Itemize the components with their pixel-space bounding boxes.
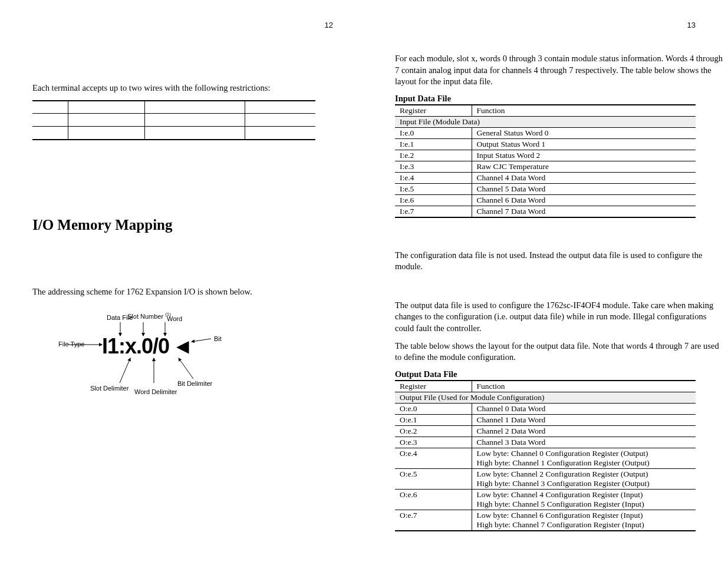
input-span-row: Input File (Module Data)	[395, 116, 696, 127]
cell-function: Output Status Word 1	[472, 138, 696, 150]
table-row: O:e.4Low byte: Channel 0 Configuration R…	[395, 448, 696, 468]
input-data-file-title: Input Data File	[395, 94, 725, 104]
cell-function: Channel 6 Data Word	[472, 194, 696, 206]
wire-restrictions-table	[32, 100, 315, 140]
addressing-intro-text: The addressing scheme for 1762 Expansion…	[32, 286, 363, 298]
input-data-file-table: Register Function Input File (Module Dat…	[395, 104, 696, 218]
output-layout-paragraph: The table below shows the layout for the…	[395, 340, 725, 363]
io-memory-mapping-heading: I/O Memory Mapping	[32, 217, 363, 233]
table-row: O:e.7Low byte: Channel 6 Configuration R…	[395, 510, 696, 531]
page-number-left: 12	[325, 21, 333, 29]
cell-register: I:e.1	[395, 138, 472, 150]
th-register-out: Register	[395, 381, 472, 392]
table-row: O:e.1Channel 1 Data Word	[395, 414, 696, 425]
config-not-used-paragraph: The configuration data file is not used.…	[395, 250, 725, 273]
table-row: O:e.5Low byte: Channel 2 Configuration R…	[395, 468, 696, 489]
label-word-delimiter: Word Delimiter	[134, 388, 177, 395]
output-data-file-title: Output Data File	[395, 369, 725, 379]
cell-register: I:e.6	[395, 194, 472, 206]
cell-register: O:e.5	[395, 468, 472, 489]
cell-function: Low byte: Channel 4 Configuration Regist…	[472, 489, 696, 510]
cell-function: Low byte: Channel 6 Configuration Regist…	[472, 510, 696, 531]
table-row: O:e.0Channel 0 Data Word	[395, 403, 696, 414]
svg-line-7	[179, 358, 193, 379]
label-slot-number: Slot Number (1)	[127, 312, 171, 320]
cell-register: O:e.0	[395, 403, 472, 414]
cell-function: Channel 5 Data Word	[472, 183, 696, 194]
cell-register: O:e.2	[395, 425, 472, 437]
cell-function: Channel 0 Data Word	[472, 403, 696, 414]
th-function: Function	[472, 105, 696, 117]
th-function-out: Function	[472, 381, 696, 392]
table-row: O:e.2Channel 2 Data Word	[395, 425, 696, 437]
cell-register: I:e.7	[395, 206, 472, 217]
diagram-main-text: I1:x.0/0 ◄	[102, 334, 195, 359]
cell-function: Input Status Word 2	[472, 150, 696, 161]
input-status-paragraph: For each module, slot x, words 0 through…	[395, 53, 725, 88]
output-data-file-table: Register Function Output File (Used for …	[395, 380, 696, 531]
table-row: I:e.7Channel 7 Data Word	[395, 206, 696, 217]
cell-register: O:e.1	[395, 414, 472, 425]
output-span-row: Output File (Used for Module Configurati…	[395, 392, 696, 403]
th-register: Register	[395, 105, 472, 117]
page-number-right: 13	[687, 21, 696, 29]
table-row: I:e.2Input Status Word 2	[395, 150, 696, 161]
label-file-type: File Type	[58, 340, 84, 348]
cell-function: General Status Word 0	[472, 127, 696, 138]
svg-line-5	[120, 358, 130, 383]
table-row: I:e.4Channel 4 Data Word	[395, 172, 696, 183]
cell-function: Low byte: Channel 2 Configuration Regist…	[472, 468, 696, 489]
cell-register: O:e.3	[395, 437, 472, 448]
table-row: I:e.0General Status Word 0	[395, 127, 696, 138]
cell-register: I:e.2	[395, 150, 472, 161]
cell-register: I:e.5	[395, 183, 472, 194]
cell-function: Channel 7 Data Word	[472, 206, 696, 217]
cell-register: I:e.0	[395, 127, 472, 138]
cell-register: O:e.6	[395, 489, 472, 510]
cell-function: Channel 4 Data Word	[472, 172, 696, 183]
cell-function: Channel 3 Data Word	[472, 437, 696, 448]
table-row: O:e.3Channel 3 Data Word	[395, 437, 696, 448]
label-bit: Bit	[214, 335, 222, 342]
cell-register: O:e.7	[395, 510, 472, 531]
table-row: O:e.6Low byte: Channel 4 Configuration R…	[395, 489, 696, 510]
label-slot-delimiter: Slot Delimiter	[90, 385, 129, 392]
page-left: 12 Each terminal accepts up to two wires…	[32, 0, 363, 409]
terminal-intro-text: Each terminal accepts up to two wires wi…	[32, 82, 363, 94]
cell-register: I:e.3	[395, 161, 472, 172]
addressing-diagram: I1:x.0/0 ◄ File Type Data File Slot Numb…	[61, 309, 232, 404]
label-bit-delimiter: Bit Delimiter	[177, 380, 212, 387]
table-row: I:e.6Channel 6 Data Word	[395, 194, 696, 206]
table-row: I:e.5Channel 5 Data Word	[395, 183, 696, 194]
table-row: I:e.3Raw CJC Temperature	[395, 161, 696, 172]
cell-function: Channel 1 Data Word	[472, 414, 696, 425]
output-config-paragraph: The output data file is used to configur…	[395, 300, 725, 335]
cell-register: I:e.4	[395, 172, 472, 183]
page-right: 13 For each module, slot x, words 0 thro…	[395, 0, 725, 537]
table-row: I:e.1Output Status Word 1	[395, 138, 696, 150]
cell-function: Raw CJC Temperature	[472, 161, 696, 172]
label-word: Word	[167, 315, 182, 322]
cell-function: Low byte: Channel 0 Configuration Regist…	[472, 448, 696, 468]
cell-register: O:e.4	[395, 448, 472, 468]
cell-function: Channel 2 Data Word	[472, 425, 696, 437]
